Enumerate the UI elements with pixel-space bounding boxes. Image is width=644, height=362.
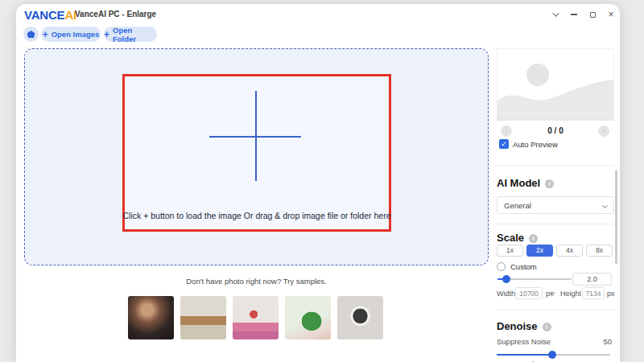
auto-preview-checkbox[interactable]: ✓ bbox=[499, 139, 509, 149]
dropzone-hint: Click + button to load the image Or drag… bbox=[122, 211, 391, 220]
auto-preview-label: Auto Preview bbox=[513, 140, 558, 149]
titlebar-menu-button[interactable] bbox=[549, 10, 560, 19]
info-icon: i bbox=[529, 234, 538, 243]
suppress-noise-value: 50 bbox=[596, 337, 612, 346]
image-counter: 0 / 0 bbox=[531, 126, 580, 135]
home-button[interactable] bbox=[23, 27, 39, 42]
sample-thumbnail-dog[interactable] bbox=[337, 296, 383, 339]
suppress-noise-label: Suppress Noise bbox=[497, 337, 551, 346]
suppress-noise-slider-thumb[interactable] bbox=[548, 351, 556, 359]
scale-value-input[interactable]: 2.0 bbox=[572, 273, 612, 286]
close-icon: × bbox=[608, 10, 613, 19]
denoise-heading-text: Denoise bbox=[497, 320, 538, 332]
samples-prompt: Don't have photo right now? Try samples. bbox=[24, 277, 489, 286]
link-dimensions-icon: ∞ bbox=[550, 289, 555, 297]
divider bbox=[497, 310, 614, 311]
next-image-button[interactable]: › bbox=[598, 125, 609, 137]
maximize-icon bbox=[590, 12, 596, 18]
ai-model-select[interactable]: General bbox=[497, 196, 614, 214]
open-images-button[interactable]: + Open Images bbox=[41, 27, 101, 42]
preview-placeholder bbox=[497, 48, 614, 113]
chevron-down-icon bbox=[602, 202, 608, 208]
scale-option-8x[interactable]: 8x bbox=[586, 245, 613, 257]
scale-option-4x[interactable]: 4x bbox=[556, 245, 583, 257]
height-input[interactable]: 7134 bbox=[582, 287, 605, 299]
scale-heading: Scalei bbox=[497, 232, 538, 244]
divider bbox=[497, 165, 614, 166]
custom-scale-label: Custom bbox=[510, 262, 537, 271]
ai-model-selected-value: General bbox=[504, 201, 531, 210]
scale-option-2x[interactable]: 2x bbox=[526, 245, 553, 257]
sample-thumbnail-bottle[interactable] bbox=[285, 296, 331, 339]
logo-text-primary: VANCE bbox=[24, 8, 64, 22]
sidebar-scrollbar[interactable] bbox=[615, 170, 617, 264]
window-title: VanceAI PC - Enlarge bbox=[75, 10, 156, 19]
info-icon: i bbox=[545, 179, 554, 188]
close-button[interactable]: × bbox=[605, 10, 617, 19]
vanceai-logo: VANCEAI bbox=[24, 8, 76, 22]
scale-option-1x[interactable]: 1x bbox=[497, 245, 523, 257]
denoise-heading: Denoisei bbox=[497, 320, 551, 332]
preview-filmstrip bbox=[497, 113, 614, 121]
plus-icon: + bbox=[104, 29, 109, 40]
drop-target-frame bbox=[122, 74, 391, 232]
placeholder-wave bbox=[497, 80, 614, 113]
height-label: Height bbox=[560, 290, 581, 298]
open-folder-label: Open Folder bbox=[113, 26, 157, 43]
ai-model-heading-text: AI Model bbox=[497, 177, 540, 189]
custom-scale-radio[interactable] bbox=[497, 262, 506, 271]
open-images-label: Open Images bbox=[52, 30, 100, 39]
width-input[interactable]: 10700 bbox=[515, 287, 543, 299]
sample-thumbnail-workout[interactable] bbox=[233, 296, 279, 339]
info-icon: i bbox=[543, 323, 551, 331]
maximize-button[interactable] bbox=[587, 10, 598, 19]
width-label: Width bbox=[497, 290, 515, 298]
chevron-right-icon: › bbox=[602, 126, 605, 135]
minimize-button[interactable] bbox=[568, 10, 580, 19]
suppress-noise-slider-fill bbox=[497, 354, 552, 356]
px-unit-label: px bbox=[607, 290, 615, 298]
scale-slider-thumb[interactable] bbox=[502, 275, 510, 283]
plus-icon: + bbox=[43, 29, 48, 40]
chevron-left-icon: ‹ bbox=[505, 126, 507, 135]
divider bbox=[497, 224, 614, 224]
screen: VANCEAI VanceAI PC - Enlarge × + Open Im… bbox=[0, 0, 644, 362]
open-folder-button[interactable]: + Open Folder bbox=[104, 27, 157, 42]
home-icon bbox=[27, 31, 35, 38]
check-icon: ✓ bbox=[501, 140, 507, 148]
prev-image-button[interactable]: ‹ bbox=[501, 125, 512, 137]
minimize-icon bbox=[571, 14, 577, 15]
ai-model-heading: AI Modeli bbox=[497, 177, 554, 189]
scale-heading-text: Scale bbox=[497, 232, 524, 244]
sample-thumbnail-desk[interactable] bbox=[180, 296, 226, 339]
sample-thumbnail-portrait[interactable] bbox=[128, 296, 174, 339]
chevron-down-icon bbox=[552, 10, 559, 16]
crosshair-icon bbox=[209, 136, 301, 138]
